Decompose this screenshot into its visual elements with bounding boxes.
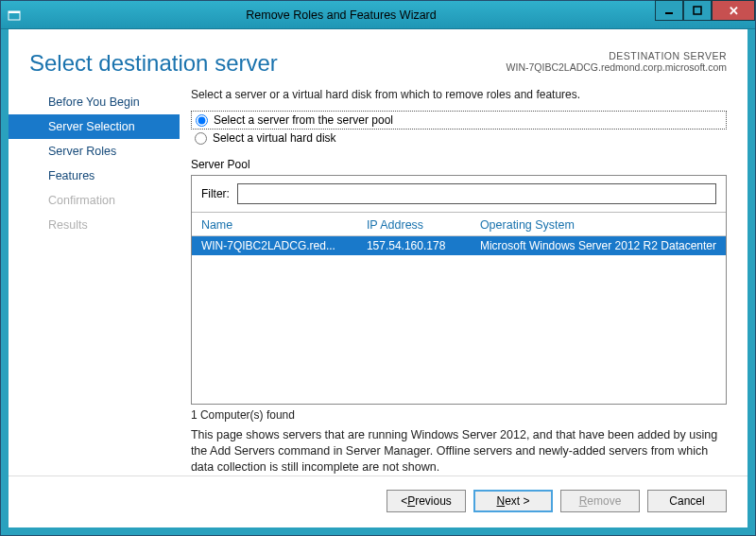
minimize-button[interactable]: [655, 0, 683, 21]
step-before-you-begin[interactable]: Before You Begin: [9, 90, 180, 114]
radio-vhd-label: Select a virtual hard disk: [213, 131, 336, 145]
step-server-selection[interactable]: Server Selection: [9, 114, 180, 139]
radio-vhd-input[interactable]: [195, 132, 207, 145]
next-button[interactable]: Next >: [473, 490, 553, 512]
step-features[interactable]: Features: [9, 164, 180, 188]
filter-row: Filter:: [192, 176, 726, 213]
cancel-button[interactable]: Cancel: [647, 490, 727, 512]
main-panel: Select a server or a virtual hard disk f…: [180, 88, 747, 475]
page-header: Select destination server DESTINATION SE…: [9, 29, 747, 88]
computers-found: 1 Computer(s) found: [191, 408, 727, 422]
window-title: Remove Roles and Features Wizard: [27, 9, 655, 22]
col-header-ip[interactable]: IP Address: [367, 218, 480, 232]
radio-vhd[interactable]: Select a virtual hard disk: [191, 130, 727, 147]
filter-label: Filter:: [201, 187, 230, 200]
wizard-steps: Before You Begin Server Selection Server…: [9, 88, 180, 475]
table-header: Name IP Address Operating System: [192, 213, 726, 236]
svg-rect-1: [9, 11, 20, 13]
col-header-os[interactable]: Operating System: [480, 218, 716, 232]
step-server-roles[interactable]: Server Roles: [9, 139, 180, 164]
step-results: Results: [9, 213, 180, 237]
button-bar: < Previous Next > Remove Cancel: [9, 475, 747, 527]
destination-value: WIN-7QIBC2LADCG.redmond.corp.microsoft.c…: [507, 61, 727, 73]
col-header-name[interactable]: Name: [201, 218, 367, 232]
maximize-button[interactable]: [683, 0, 712, 21]
server-pool-label: Server Pool: [191, 158, 727, 171]
title-bar[interactable]: Remove Roles and Features Wizard ✕: [1, 1, 755, 29]
table-body[interactable]: WIN-7QIBC2LADCG.red... 157.54.160.178 Mi…: [192, 236, 726, 404]
previous-button[interactable]: < Previous: [387, 490, 466, 512]
window-controls: ✕: [655, 1, 755, 28]
radio-server-pool-label: Select a server from the server pool: [214, 113, 393, 127]
destination-label: DESTINATION SERVER: [507, 50, 727, 61]
intro-text: Select a server or a virtual hard disk f…: [191, 88, 727, 101]
destination-info: DESTINATION SERVER WIN-7QIBC2LADCG.redmo…: [507, 50, 727, 73]
radio-server-pool-input[interactable]: [196, 114, 208, 127]
server-pool-box: Filter: Name IP Address Operating System…: [191, 175, 727, 405]
wizard-window: Remove Roles and Features Wizard ✕ Selec…: [0, 0, 756, 536]
filter-input[interactable]: [237, 183, 716, 204]
cell-name: WIN-7QIBC2LADCG.red...: [201, 239, 367, 252]
cell-ip: 157.54.160.178: [367, 239, 480, 252]
page-title: Select destination server: [29, 50, 507, 77]
step-confirmation: Confirmation: [9, 188, 180, 213]
cell-os: Microsoft Windows Server 2012 R2 Datacen…: [480, 239, 716, 252]
remove-button: Remove: [560, 490, 640, 512]
radio-server-pool[interactable]: Select a server from the server pool: [191, 111, 727, 130]
info-text: This page shows servers that are running…: [191, 427, 727, 475]
table-row[interactable]: WIN-7QIBC2LADCG.red... 157.54.160.178 Mi…: [192, 236, 726, 255]
svg-rect-3: [694, 7, 701, 14]
app-icon: [1, 9, 27, 22]
close-button[interactable]: ✕: [712, 0, 755, 21]
